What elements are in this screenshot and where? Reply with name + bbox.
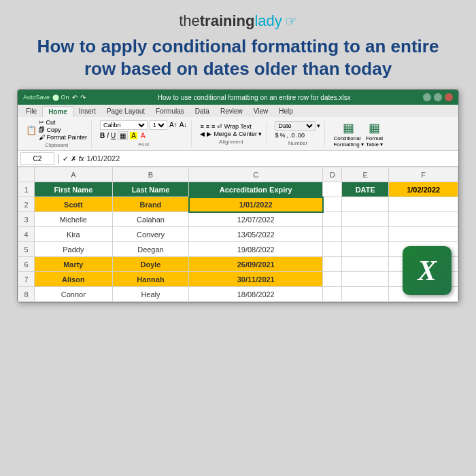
redo-icon[interactable]: ↷: [80, 94, 86, 101]
minimize-btn[interactable]: [423, 93, 431, 101]
cell-reference[interactable]: C2: [20, 152, 54, 165]
cell-e[interactable]: [342, 257, 389, 272]
cell-e[interactable]: [342, 227, 389, 242]
border-button[interactable]: ▦: [118, 131, 128, 140]
font-shrink-icon[interactable]: A↓: [180, 121, 188, 129]
row-num[interactable]: 5: [18, 242, 35, 257]
cell-f[interactable]: [389, 197, 458, 212]
cell-c[interactable]: 12/07/2022: [189, 212, 323, 227]
logo-the: the: [179, 12, 200, 29]
format-painter-label[interactable]: 🖌 Format Painter: [39, 134, 87, 141]
cell-a[interactable]: Michelle: [35, 212, 113, 227]
underline-button[interactable]: U: [111, 132, 116, 139]
indent-inc-icon[interactable]: ▶: [207, 131, 211, 137]
fill-color-button[interactable]: A: [130, 132, 137, 139]
cell-e[interactable]: [342, 287, 389, 302]
cell-a[interactable]: Scott: [35, 197, 113, 212]
cell-b[interactable]: Brand: [112, 197, 189, 212]
cell-e[interactable]: [342, 272, 389, 287]
font-size-select[interactable]: 11: [150, 120, 167, 130]
cell-b[interactable]: Deegan: [112, 242, 189, 257]
paste-icon[interactable]: 📋: [26, 125, 37, 135]
font-grow-icon[interactable]: A↑: [169, 121, 177, 129]
tab-help[interactable]: Help: [273, 106, 299, 117]
copy-label[interactable]: 🗐 Copy: [39, 126, 87, 133]
cell-d[interactable]: [323, 287, 342, 302]
cell-d[interactable]: [323, 212, 342, 227]
font-color-button[interactable]: A: [139, 132, 147, 139]
cell-a[interactable]: Alison: [35, 272, 113, 287]
cell-e[interactable]: [342, 242, 389, 257]
percent-icon[interactable]: %: [279, 132, 285, 139]
table-row: 5PaddyDeegan19/08/2022: [18, 242, 458, 257]
wrap-text-label[interactable]: ⏎ Wrap Text: [217, 123, 252, 130]
tab-file[interactable]: File: [20, 106, 42, 117]
cell-a[interactable]: Marty: [35, 257, 113, 272]
tab-home[interactable]: Home: [42, 106, 73, 117]
row-num[interactable]: 2: [18, 197, 35, 212]
align-left-icon[interactable]: ≡: [200, 123, 203, 130]
tab-data[interactable]: Data: [190, 106, 215, 117]
cell-a[interactable]: Kira: [35, 227, 113, 242]
row-num[interactable]: 6: [18, 257, 35, 272]
undo-icon[interactable]: ↶: [72, 94, 78, 101]
dec-dec-icon[interactable]: .00: [296, 132, 305, 139]
row-num[interactable]: 8: [18, 287, 35, 302]
merge-center-label[interactable]: Merge & Center ▾: [214, 131, 262, 137]
indent-dec-icon[interactable]: ◀: [200, 131, 205, 137]
number-format-expand-icon[interactable]: ▾: [317, 122, 320, 129]
sheet-table: A B C D E F 1 First Name Last Name Accre…: [18, 167, 458, 302]
table-row: 8ConnorHealy18/08/2022: [18, 287, 458, 302]
tab-formulas[interactable]: Formulas: [150, 106, 190, 117]
cell-c[interactable]: 19/08/2022: [189, 242, 323, 257]
cell-e[interactable]: [342, 197, 389, 212]
italic-button[interactable]: I: [107, 132, 109, 139]
cell-e[interactable]: [342, 212, 389, 227]
cursor-icon: ☞: [285, 13, 297, 29]
cell-c[interactable]: 13/05/2022: [189, 227, 323, 242]
function-icon[interactable]: fx: [79, 155, 84, 163]
cell-b[interactable]: Healy: [112, 287, 189, 302]
cell-b[interactable]: Convery: [112, 227, 189, 242]
bold-button[interactable]: B: [100, 132, 105, 139]
cell-b[interactable]: Hannah: [112, 272, 189, 287]
header-accreditation: Accreditation Expiry: [189, 182, 323, 197]
cell-d[interactable]: [323, 242, 342, 257]
tab-view[interactable]: View: [248, 106, 274, 117]
align-right-icon[interactable]: ≡: [211, 123, 215, 130]
cell-a[interactable]: Connor: [35, 287, 113, 302]
row-num[interactable]: 4: [18, 227, 35, 242]
cell-d[interactable]: [323, 257, 342, 272]
cell-c[interactable]: 30/11/2021: [189, 272, 323, 287]
cell-a[interactable]: Paddy: [35, 242, 113, 257]
cell-c[interactable]: 18/08/2022: [189, 287, 323, 302]
maximize-btn[interactable]: [434, 93, 442, 101]
close-btn[interactable]: [445, 93, 453, 101]
row-num[interactable]: 3: [18, 212, 35, 227]
cell-c[interactable]: 1/01/2022: [189, 197, 323, 212]
tab-insert[interactable]: Insert: [73, 106, 101, 117]
cell-f[interactable]: [389, 227, 458, 242]
cancel-icon[interactable]: ✗: [71, 155, 76, 163]
cell-b[interactable]: Doyle: [112, 257, 189, 272]
tab-page-layout[interactable]: Page Layout: [101, 106, 150, 117]
font-name-select[interactable]: Calibri: [100, 120, 148, 130]
format-table-button[interactable]: ▦ FormatTable ▾: [366, 120, 383, 148]
currency-icon[interactable]: $: [275, 132, 278, 139]
cut-label[interactable]: ✂ Cut: [39, 119, 87, 126]
cell-d[interactable]: [323, 272, 342, 287]
cell-d[interactable]: [323, 197, 342, 212]
table-row: 4KiraConvery13/05/2022: [18, 227, 458, 242]
tab-review[interactable]: Review: [215, 106, 248, 117]
cell-b[interactable]: Calahan: [112, 212, 189, 227]
cell-c[interactable]: 26/09/2021: [189, 257, 323, 272]
align-center-icon[interactable]: ≡: [206, 123, 209, 130]
check-icon[interactable]: ✓: [63, 155, 68, 163]
conditional-formatting-button[interactable]: ▦ ConditionalFormatting ▾: [333, 120, 363, 148]
comma-icon[interactable]: ,: [286, 132, 288, 139]
row-num[interactable]: 7: [18, 272, 35, 287]
cell-d[interactable]: [323, 227, 342, 242]
dec-inc-icon[interactable]: .0: [290, 132, 295, 139]
number-format-select[interactable]: Date: [275, 121, 316, 131]
cell-f[interactable]: [389, 212, 458, 227]
